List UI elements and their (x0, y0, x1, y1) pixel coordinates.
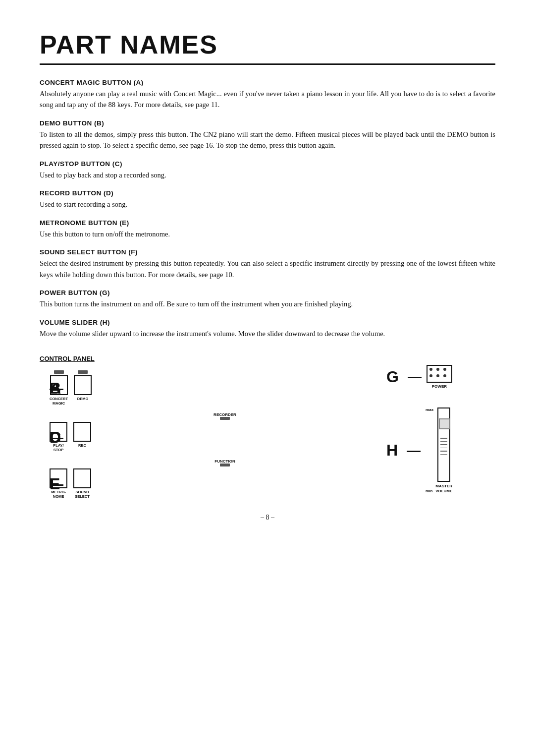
section-body-record: Used to start recording a song. (40, 199, 495, 210)
slider-min-label: min (426, 489, 433, 493)
control-panel-label: CONTROL PANEL (40, 355, 357, 362)
section-body-sound-select: Select the desired instrument by pressin… (40, 258, 495, 280)
section-body-metronome: Use this button to turn on/off the metro… (40, 229, 495, 239)
section-title-concert-magic: CONCERT MAGIC BUTTON (A) (40, 79, 495, 86)
section-sound-select: SOUND SELECT BUTTON (F) Select the desir… (40, 248, 495, 280)
demo-indicator (78, 370, 88, 374)
slider-line-4 (440, 448, 447, 449)
rec-button[interactable] (73, 422, 91, 442)
section-volume: VOLUME SLIDER (H) Move the volume slider… (40, 319, 495, 339)
power-dot-4 (429, 374, 432, 377)
slider-line-2 (440, 441, 447, 442)
recorder-indicator-left (220, 417, 230, 420)
control-panel-section: CONTROL PANEL A — CONCERTMAGIC DEMO (40, 355, 357, 500)
slider-inner: max min (426, 407, 452, 493)
recorder-label: RECORDER (93, 412, 357, 417)
section-concert-magic: CONCERT MAGIC BUTTON (A) Absolutely anyo… (40, 79, 495, 111)
page-title: PART NAMES (40, 30, 495, 65)
section-body-volume: Move the volume slider upward to increas… (40, 328, 495, 339)
master-volume-label: MASTERVOLUME (435, 484, 452, 493)
dash-G: — (408, 369, 422, 385)
section-title-power: POWER BUTTON (G) (40, 289, 495, 296)
section-body-power: This button turns the instrument on and … (40, 298, 495, 309)
power-dot-5 (436, 374, 439, 377)
dash-H: — (407, 443, 421, 459)
section-power: POWER BUTTON (G) This button turns the i… (40, 289, 495, 309)
section-title-play-stop: PLAY/STOP BUTTON (C) (40, 160, 495, 168)
section-title-demo: DEMO BUTTON (B) (40, 119, 495, 127)
label-D: D (50, 428, 61, 447)
label-F: F (50, 475, 59, 493)
sound-select-label: SOUNDSELECT (75, 490, 90, 499)
function-indicator (220, 464, 230, 466)
power-dot-3 (443, 368, 446, 371)
power-box-wrap: POWER (427, 365, 452, 389)
power-button[interactable] (427, 365, 452, 383)
slider-labels: max min (426, 407, 433, 493)
power-area: G — POWER (386, 365, 452, 389)
rec-label: REC (78, 443, 86, 448)
section-body-play-stop: Used to play back and stop a recorded so… (40, 170, 495, 180)
power-dot-2 (436, 368, 439, 371)
section-demo: DEMO BUTTON (B) To listen to all the dem… (40, 119, 495, 151)
right-panel-section: G — POWER H — max (386, 355, 495, 493)
sections-container: CONCERT MAGIC BUTTON (A) Absolutely anyo… (40, 79, 495, 339)
diagram-area: CONTROL PANEL A — CONCERTMAGIC DEMO (40, 355, 495, 500)
label-G: G (386, 368, 399, 386)
concert-magic-indicator (54, 370, 64, 374)
label-B: B (50, 379, 61, 398)
slider-line-5 (440, 451, 447, 452)
label-H: H (386, 441, 398, 460)
slider-wrap: max min (426, 407, 452, 493)
sound-select-button[interactable] (73, 468, 91, 488)
concert-magic-label: CONCERTMAGIC (50, 397, 68, 406)
section-title-record: RECORD BUTTON (D) (40, 189, 495, 197)
section-body-concert-magic: Absolutely anyone can play a real music … (40, 88, 495, 111)
function-label: FUNCTION (93, 459, 357, 464)
power-label: POWER (432, 384, 447, 389)
slider-line-1 (440, 438, 447, 439)
section-body-demo: To listen to all the demos, simply press… (40, 129, 495, 151)
page-number: – 8 – (40, 514, 495, 522)
section-metronome: METRONOME BUTTON (E) Use this button to … (40, 219, 495, 239)
demo-button[interactable] (74, 375, 92, 395)
section-title-metronome: METRONOME BUTTON (E) (40, 219, 495, 227)
slider-line-3 (440, 444, 447, 445)
section-title-sound-select: SOUND SELECT BUTTON (F) (40, 248, 495, 256)
power-dot-1 (429, 368, 432, 371)
demo-label: DEMO (77, 397, 89, 401)
slider-line-6 (440, 454, 447, 455)
power-dot-6 (443, 374, 446, 377)
section-title-volume: VOLUME SLIDER (H) (40, 319, 495, 326)
section-play-stop: PLAY/STOP BUTTON (C) Used to play back a… (40, 160, 495, 180)
section-record: RECORD BUTTON (D) Used to start recordin… (40, 189, 495, 210)
volume-area: H — max min (386, 407, 452, 493)
slider-knob (439, 418, 450, 429)
slider-max-label: max (426, 407, 433, 412)
slider-track-wrap: MASTERVOLUME (435, 407, 452, 493)
volume-slider[interactable] (437, 407, 450, 482)
